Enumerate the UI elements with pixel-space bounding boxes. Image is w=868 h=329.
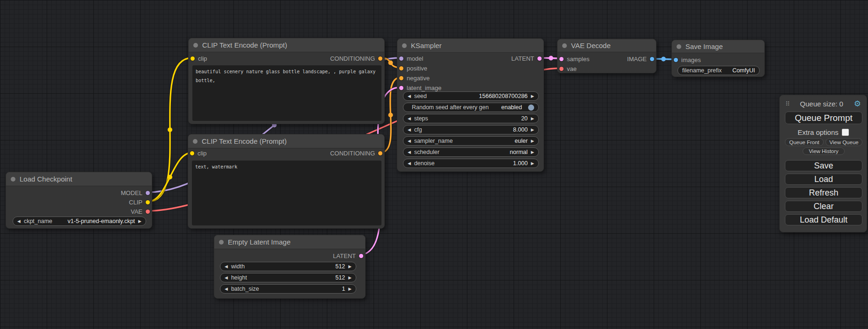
link-midpoint-dot[interactable] bbox=[168, 127, 172, 132]
gear-icon[interactable]: ⚙ bbox=[854, 100, 861, 108]
steps-widget[interactable]: ◀ steps 20 ▶ bbox=[403, 114, 539, 123]
link-midpoint-dot[interactable] bbox=[661, 57, 666, 62]
positive-prompt-textarea[interactable]: beautiful scenery nature glass bottle la… bbox=[192, 65, 381, 121]
batch-size-widget[interactable]: ◀ batch_size 1 ▶ bbox=[220, 284, 356, 294]
increment-arrow-icon[interactable]: ▶ bbox=[138, 219, 141, 224]
filename-prefix-widget[interactable]: filename_prefix ComfyUI bbox=[677, 66, 760, 75]
node-titlebar[interactable]: VAE Decode bbox=[557, 39, 656, 52]
vae-port-icon[interactable] bbox=[559, 67, 564, 71]
decrement-arrow-icon[interactable]: ◀ bbox=[408, 139, 411, 143]
increment-arrow-icon[interactable]: ▶ bbox=[348, 276, 352, 280]
latent-port-icon[interactable] bbox=[359, 254, 363, 258]
input-port-vae[interactable]: vae bbox=[559, 64, 577, 73]
conditioning-port-icon[interactable] bbox=[399, 76, 403, 80]
refresh-button[interactable]: Refresh bbox=[785, 187, 862, 198]
queue-prompt-button[interactable]: Queue Prompt bbox=[785, 112, 862, 124]
increment-arrow-icon[interactable]: ▶ bbox=[348, 265, 352, 269]
drag-handle-icon[interactable]: ⠿ bbox=[785, 100, 790, 107]
queue-panel[interactable]: ⠿ Queue size: 0 ⚙ Queue Prompt Extra opt… bbox=[779, 95, 867, 232]
collapse-dot-icon[interactable] bbox=[677, 44, 681, 49]
image-port-icon[interactable] bbox=[650, 57, 654, 61]
extra-options-checkbox[interactable] bbox=[842, 129, 849, 136]
collapse-dot-icon[interactable] bbox=[193, 43, 198, 48]
node-clip-text-encode-positive[interactable]: CLIP Text Encode (Prompt) clip CONDITION… bbox=[188, 38, 385, 124]
output-port-clip[interactable]: CLIP bbox=[129, 198, 150, 206]
conditioning-port-icon[interactable] bbox=[378, 56, 382, 61]
output-port-latent[interactable]: LATENT bbox=[333, 252, 363, 260]
collapse-dot-icon[interactable] bbox=[219, 240, 224, 245]
increment-arrow-icon[interactable]: ▶ bbox=[531, 94, 534, 98]
seed-widget[interactable]: ◀ seed 156680208700286 ▶ bbox=[403, 91, 539, 101]
vae-port-icon[interactable] bbox=[146, 210, 150, 214]
save-button[interactable]: Save bbox=[785, 160, 862, 171]
increment-arrow-icon[interactable]: ▶ bbox=[531, 161, 534, 166]
sampler-name-widget[interactable]: ◀ sampler_name euler ▶ bbox=[403, 136, 539, 146]
height-widget[interactable]: ◀ height 512 ▶ bbox=[220, 273, 356, 282]
denoise-widget[interactable]: ◀ denoise 1.000 ▶ bbox=[403, 159, 539, 168]
decrement-arrow-icon[interactable]: ◀ bbox=[408, 128, 411, 132]
clip-port-icon[interactable] bbox=[190, 151, 194, 155]
input-port-model[interactable]: model bbox=[399, 54, 423, 63]
node-load-checkpoint[interactable]: Load Checkpoint MODEL CLIP VAE ◀ ckpt_na… bbox=[6, 172, 152, 229]
output-port-conditioning[interactable]: CONDITIONING bbox=[330, 54, 382, 63]
view-queue-button[interactable]: View Queue bbox=[826, 138, 862, 146]
input-port-positive[interactable]: positive bbox=[399, 64, 427, 72]
collapse-dot-icon[interactable] bbox=[402, 43, 407, 48]
link-midpoint-dot[interactable] bbox=[168, 175, 172, 180]
node-vae-decode[interactable]: VAE Decode samples vae IMAGE bbox=[557, 39, 656, 73]
toggle-enabled-icon[interactable] bbox=[528, 105, 534, 111]
node-clip-text-encode-negative[interactable]: CLIP Text Encode (Prompt) clip CONDITION… bbox=[188, 134, 385, 229]
increment-arrow-icon[interactable]: ▶ bbox=[531, 150, 534, 154]
conditioning-port-icon[interactable] bbox=[378, 151, 382, 155]
latent-port-icon[interactable] bbox=[559, 57, 564, 61]
node-graph-canvas[interactable]: Load Checkpoint MODEL CLIP VAE ◀ ckpt_na… bbox=[0, 0, 868, 329]
node-titlebar[interactable]: CLIP Text Encode (Prompt) bbox=[188, 134, 384, 148]
increment-arrow-icon[interactable]: ▶ bbox=[531, 128, 534, 132]
node-titlebar[interactable]: Empty Latent Image bbox=[214, 235, 365, 249]
decrement-arrow-icon[interactable]: ◀ bbox=[225, 265, 228, 269]
node-titlebar[interactable]: Load Checkpoint bbox=[6, 172, 152, 186]
output-port-image[interactable]: IMAGE bbox=[627, 55, 654, 63]
link-midpoint-dot[interactable] bbox=[549, 56, 553, 61]
output-port-latent[interactable]: LATENT bbox=[511, 54, 542, 63]
increment-arrow-icon[interactable]: ▶ bbox=[531, 139, 534, 143]
image-port-icon[interactable] bbox=[674, 58, 678, 62]
collapse-dot-icon[interactable] bbox=[193, 139, 198, 144]
latent-port-icon[interactable] bbox=[537, 56, 542, 61]
output-port-model[interactable]: MODEL bbox=[121, 189, 150, 197]
link-midpoint-dot[interactable] bbox=[388, 61, 393, 65]
collapse-dot-icon[interactable] bbox=[11, 177, 15, 182]
decrement-arrow-icon[interactable]: ◀ bbox=[408, 161, 411, 166]
model-port-icon[interactable] bbox=[146, 191, 150, 195]
node-empty-latent-image[interactable]: Empty Latent Image LATENT ◀ width 512 ▶ … bbox=[214, 235, 366, 299]
view-history-button[interactable]: View History bbox=[803, 147, 845, 155]
input-port-clip[interactable]: clip bbox=[191, 54, 207, 63]
width-widget[interactable]: ◀ width 512 ▶ bbox=[220, 262, 356, 271]
decrement-arrow-icon[interactable]: ◀ bbox=[225, 276, 228, 280]
load-default-button[interactable]: Load Default bbox=[785, 214, 862, 225]
node-titlebar[interactable]: Save Image bbox=[672, 40, 764, 53]
output-port-vae[interactable]: VAE bbox=[131, 207, 150, 216]
clip-port-icon[interactable] bbox=[191, 56, 195, 61]
decrement-arrow-icon[interactable]: ◀ bbox=[408, 94, 411, 98]
input-port-negative[interactable]: negative bbox=[399, 74, 430, 82]
clip-port-icon[interactable] bbox=[146, 200, 150, 204]
clear-button[interactable]: Clear bbox=[785, 201, 862, 212]
link-midpoint-dot[interactable] bbox=[388, 113, 393, 118]
node-save-image[interactable]: Save Image images filename_prefix ComfyU… bbox=[671, 40, 765, 77]
output-port-conditioning[interactable]: CONDITIONING bbox=[330, 149, 382, 157]
scheduler-widget[interactable]: ◀ scheduler normal ▶ bbox=[403, 147, 539, 157]
increment-arrow-icon[interactable]: ▶ bbox=[531, 117, 534, 121]
input-port-latent-image[interactable]: latent_image bbox=[399, 84, 441, 92]
decrement-arrow-icon[interactable]: ◀ bbox=[17, 219, 21, 224]
load-button[interactable]: Load bbox=[785, 174, 862, 185]
decrement-arrow-icon[interactable]: ◀ bbox=[225, 287, 228, 291]
input-port-images[interactable]: images bbox=[674, 56, 701, 64]
queue-front-button[interactable]: Queue Front bbox=[785, 138, 824, 146]
collapse-dot-icon[interactable] bbox=[562, 43, 567, 48]
model-port-icon[interactable] bbox=[399, 56, 403, 61]
node-ksampler[interactable]: KSampler model positive negative latent_… bbox=[397, 38, 544, 172]
ckpt-name-widget[interactable]: ◀ ckpt_name v1-5-pruned-emaonly.ckpt ▶ bbox=[13, 217, 146, 226]
node-titlebar[interactable]: KSampler bbox=[397, 39, 543, 53]
cfg-widget[interactable]: ◀ cfg 8.000 ▶ bbox=[403, 125, 539, 134]
